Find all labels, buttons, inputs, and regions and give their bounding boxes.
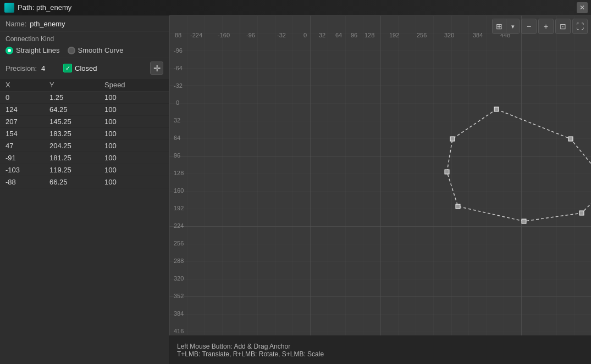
svg-text:128: 128 <box>174 170 184 176</box>
cell-y: 204.25 <box>49 142 104 150</box>
anchor-0[interactable] <box>494 107 499 111</box>
svg-text:-96: -96 <box>246 32 255 38</box>
table-row[interactable]: 0 1.25 100 <box>0 92 169 104</box>
anchor-4[interactable] <box>522 219 526 223</box>
table-row[interactable]: -91 181.25 100 <box>0 152 169 164</box>
cell-y: 1.25 <box>49 93 104 102</box>
anchor-5[interactable] <box>456 204 460 209</box>
svg-text:32: 32 <box>174 117 180 124</box>
table-row[interactable]: 47 204.25 100 <box>0 140 169 152</box>
cell-x: -103 <box>5 166 49 174</box>
name-row: Name: pth_enemy <box>0 15 169 32</box>
col-header-x: X <box>5 81 49 89</box>
cell-x: 124 <box>5 105 49 114</box>
zoom-out-button[interactable]: − <box>521 19 537 34</box>
zoom-in-button[interactable]: + <box>538 19 554 34</box>
grid-dropdown-button[interactable]: ▾ <box>506 19 519 33</box>
svg-text:256: 256 <box>174 240 184 247</box>
svg-text:256: 256 <box>417 32 427 38</box>
close-button[interactable]: ✕ <box>577 2 588 13</box>
name-label: Name: <box>5 20 26 28</box>
anchor-6[interactable] <box>445 170 449 174</box>
cell-y: 181.25 <box>49 154 104 162</box>
status-line-1: Left Mouse Button: Add & Drag Anchor <box>177 343 583 350</box>
cell-x: 47 <box>5 142 49 150</box>
cell-x: -88 <box>5 178 49 186</box>
table-row[interactable]: 154 183.25 100 <box>0 128 169 140</box>
cell-speed: 100 <box>104 93 163 102</box>
closed-checkbox[interactable]: ✓ <box>63 64 72 72</box>
svg-text:-160: -160 <box>218 32 230 38</box>
svg-text:288: 288 <box>174 257 184 264</box>
svg-text:88: 88 <box>175 32 181 38</box>
svg-text:0: 0 <box>176 99 179 106</box>
radio-smooth-label: Smooth Curve <box>78 46 124 54</box>
points-table: 0 1.25 100 124 64.25 100 207 145.25 100 … <box>0 92 169 364</box>
svg-text:64: 64 <box>174 135 180 141</box>
radio-smooth-curve[interactable]: Smooth Curve <box>68 46 124 54</box>
canvas-area[interactable]: ⊞ ▾ − + ⊡ ⛶ <box>169 15 591 364</box>
svg-text:160: 160 <box>174 187 184 194</box>
anchor-7[interactable] <box>450 137 455 141</box>
grid-toggle-button[interactable]: ⊞ <box>493 19 506 33</box>
connection-kind-section: Connection Kind Straight Lines Smooth Cu… <box>0 32 169 58</box>
col-header-speed: Speed <box>104 81 163 89</box>
svg-text:-32: -32 <box>277 32 286 38</box>
closed-option[interactable]: ✓ Closed <box>63 64 97 72</box>
zoom-out-icon: − <box>527 22 531 31</box>
cell-speed: 100 <box>104 130 163 138</box>
titlebar-title: Path: pth_enemy <box>18 3 71 12</box>
radio-dot <box>8 49 11 52</box>
svg-text:32: 32 <box>319 32 325 38</box>
add-point-button[interactable]: ✛ <box>150 61 163 75</box>
svg-text:96: 96 <box>174 152 180 159</box>
add-icon: ✛ <box>153 63 161 74</box>
svg-text:-64: -64 <box>174 65 183 71</box>
table-row[interactable]: 207 145.25 100 <box>0 116 169 128</box>
statusbar: Left Mouse Button: Add & Drag Anchor T+L… <box>169 335 591 364</box>
table-row[interactable]: -103 119.25 100 <box>0 164 169 176</box>
fullscreen-icon: ⛶ <box>576 22 584 31</box>
col-header-y: Y <box>49 81 104 89</box>
svg-text:96: 96 <box>351 32 357 38</box>
connection-kind-radio-group: Straight Lines Smooth Curve <box>5 46 163 54</box>
zoom-reset-icon: ⊡ <box>560 22 566 31</box>
cell-speed: 100 <box>104 178 163 186</box>
svg-text:352: 352 <box>174 293 184 299</box>
checkmark-icon: ✓ <box>65 65 70 71</box>
table-header: X Y Speed <box>0 79 169 92</box>
cell-x: 0 <box>5 93 49 102</box>
svg-rect-1 <box>169 15 591 364</box>
svg-text:-32: -32 <box>174 82 183 89</box>
zoom-reset-button[interactable]: ⊡ <box>555 19 571 34</box>
connection-kind-label: Connection Kind <box>5 35 163 43</box>
svg-text:320: 320 <box>174 275 184 282</box>
radio-smooth-indicator <box>68 47 75 54</box>
chevron-down-icon: ▾ <box>511 23 515 30</box>
svg-text:320: 320 <box>444 32 454 38</box>
svg-text:416: 416 <box>174 328 184 334</box>
canvas-toolbar: ⊞ ▾ − + ⊡ ⛶ <box>492 19 588 34</box>
name-value: pth_enemy <box>30 20 65 28</box>
cell-speed: 100 <box>104 105 163 114</box>
anchor-1[interactable] <box>568 137 573 141</box>
radio-straight-indicator <box>5 47 13 54</box>
cell-speed: 100 <box>104 142 163 150</box>
cell-speed: 100 <box>104 166 163 174</box>
cell-y: 66.25 <box>49 178 104 186</box>
anchor-3[interactable] <box>579 211 584 215</box>
zoom-in-icon: + <box>544 22 548 31</box>
svg-text:384: 384 <box>174 310 184 317</box>
radio-straight-lines[interactable]: Straight Lines <box>5 46 60 54</box>
svg-text:0: 0 <box>303 32 307 38</box>
precision-row: Precision: 4 ✓ Closed ✛ <box>0 58 169 79</box>
cell-x: 207 <box>5 117 49 126</box>
svg-text:-224: -224 <box>190 32 202 38</box>
cell-y: 64.25 <box>49 105 104 114</box>
grid-icon: ⊞ <box>496 22 502 31</box>
cell-y: 183.25 <box>49 130 104 138</box>
fullscreen-button[interactable]: ⛶ <box>572 19 588 34</box>
precision-value: 4 <box>41 64 52 72</box>
table-row[interactable]: -88 66.25 100 <box>0 176 169 188</box>
table-row[interactable]: 124 64.25 100 <box>0 104 169 116</box>
